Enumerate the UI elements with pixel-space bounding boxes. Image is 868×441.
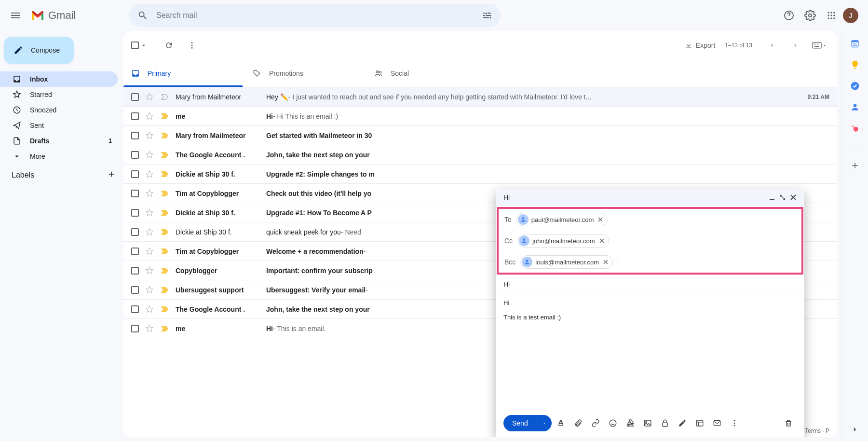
keep-app[interactable] [850, 60, 860, 69]
row-checkbox[interactable] [131, 170, 139, 178]
row-checkbox[interactable] [131, 112, 139, 120]
signature-button[interactable] [674, 415, 691, 431]
star-button[interactable] [145, 111, 154, 121]
row-checkbox[interactable] [131, 132, 139, 139]
mail-row[interactable]: Mary from Mailmeteor Hey ✏️ - I just wan… [123, 87, 837, 107]
settings-button[interactable] [800, 6, 820, 25]
importance-button[interactable] [160, 285, 170, 295]
row-checkbox[interactable] [131, 305, 139, 313]
sidebar-item-snoozed[interactable]: Snoozed [0, 102, 118, 118]
remove-to-chip[interactable] [597, 216, 604, 223]
discard-button[interactable] [780, 415, 797, 431]
row-checkbox[interactable] [131, 93, 139, 101]
sidebar-item-starred[interactable]: Starred [0, 87, 118, 102]
star-button[interactable] [145, 92, 154, 102]
importance-button[interactable] [160, 92, 170, 102]
calendar-app[interactable]: 31 [850, 39, 860, 48]
close-compose-button[interactable] [790, 194, 797, 201]
next-page-button[interactable] [786, 36, 805, 55]
mail-row[interactable]: Mary from Mailmeteor Get started with Ma… [123, 126, 837, 145]
more-options-button[interactable] [726, 415, 743, 431]
sidebar-item-drafts[interactable]: Drafts1 [0, 133, 118, 149]
remove-bcc-chip[interactable] [602, 258, 610, 266]
tab-promotions[interactable]: Promotions [245, 60, 366, 87]
confidential-button[interactable] [657, 415, 673, 431]
importance-button[interactable] [160, 227, 170, 237]
support-button[interactable] [779, 6, 799, 25]
importance-button[interactable] [160, 111, 170, 121]
importance-button[interactable] [160, 131, 170, 140]
row-checkbox[interactable] [131, 248, 139, 255]
cc-chip[interactable]: john@mailmeteor.com [517, 234, 609, 248]
sidebar-item-inbox[interactable]: Inbox [0, 71, 118, 87]
importance-button[interactable] [160, 208, 170, 218]
compose-header[interactable]: Hi [496, 189, 804, 206]
importance-button[interactable] [160, 150, 170, 160]
send-options-button[interactable] [537, 415, 552, 431]
export-button[interactable]: Export [684, 41, 715, 50]
star-button[interactable] [145, 169, 154, 179]
star-button[interactable] [145, 304, 154, 314]
compose-body[interactable]: Hi This is a test email :) [496, 293, 804, 409]
star-button[interactable] [145, 189, 154, 198]
select-all-checkbox[interactable] [131, 41, 139, 49]
input-tools-button[interactable] [810, 36, 829, 55]
compose-button[interactable]: Compose [4, 37, 74, 64]
add-addon-button[interactable] [850, 161, 860, 170]
remove-cc-chip[interactable] [598, 237, 606, 245]
star-button[interactable] [145, 247, 154, 256]
more-button[interactable] [182, 36, 202, 55]
fullscreen-button[interactable] [779, 194, 786, 201]
tab-primary[interactable]: Primary [123, 60, 245, 87]
row-checkbox[interactable] [131, 325, 139, 332]
importance-button[interactable] [160, 169, 170, 179]
row-checkbox[interactable] [131, 151, 139, 159]
star-button[interactable] [145, 324, 154, 333]
tasks-app[interactable] [850, 81, 860, 91]
image-button[interactable] [639, 415, 656, 431]
row-checkbox[interactable] [131, 228, 139, 236]
refresh-button[interactable] [159, 36, 178, 55]
star-button[interactable] [145, 285, 154, 295]
terms-text[interactable]: Terms · P [805, 427, 829, 434]
row-checkbox[interactable] [131, 286, 139, 294]
to-row[interactable]: To paul@mailmeteor.com [499, 209, 801, 230]
send-button[interactable]: Send [503, 415, 552, 431]
compose-subject[interactable]: Hi [496, 276, 804, 293]
prev-page-button[interactable] [762, 36, 781, 55]
star-button[interactable] [145, 150, 154, 160]
row-checkbox[interactable] [131, 190, 139, 197]
emoji-button[interactable] [605, 415, 621, 431]
apps-button[interactable] [822, 6, 841, 25]
search-options-button[interactable] [477, 6, 497, 25]
select-dropdown-icon[interactable] [140, 41, 148, 49]
link-button[interactable] [587, 415, 604, 431]
bcc-row[interactable]: Bcc louis@mailmeteor.com [499, 251, 801, 273]
formatting-button[interactable] [553, 415, 569, 431]
star-button[interactable] [145, 266, 154, 276]
sidebar-item-more[interactable]: More [0, 149, 118, 164]
mail-row[interactable]: Dickie at Ship 30 f. Upgrade #2: Simple … [123, 165, 837, 184]
tab-social[interactable]: Social [366, 60, 488, 87]
row-checkbox[interactable] [131, 209, 139, 217]
importance-button[interactable] [160, 189, 170, 198]
search-input[interactable] [152, 11, 477, 20]
mail-row[interactable]: me Hi - Hi This is an email :) [123, 107, 837, 126]
account-avatar[interactable]: J [843, 8, 858, 23]
mailmeteor-app[interactable] [850, 124, 860, 133]
add-label-button[interactable] [107, 170, 116, 180]
mailmeteor-button[interactable] [692, 415, 708, 431]
minimize-button[interactable] [769, 194, 775, 201]
contacts-app[interactable] [850, 102, 860, 112]
importance-button[interactable] [160, 324, 170, 333]
hide-side-panel[interactable] [849, 424, 861, 435]
importance-button[interactable] [160, 304, 170, 314]
attach-button[interactable] [570, 415, 586, 431]
mail-row[interactable]: The Google Account . John, take the next… [123, 145, 837, 165]
star-button[interactable] [145, 227, 154, 237]
sidebar-item-sent[interactable]: Sent [0, 118, 118, 133]
logo-area[interactable]: Gmail [27, 9, 123, 22]
tracking-button[interactable] [709, 415, 725, 431]
importance-button[interactable] [160, 266, 170, 276]
cc-row[interactable]: Cc john@mailmeteor.com [499, 230, 801, 251]
